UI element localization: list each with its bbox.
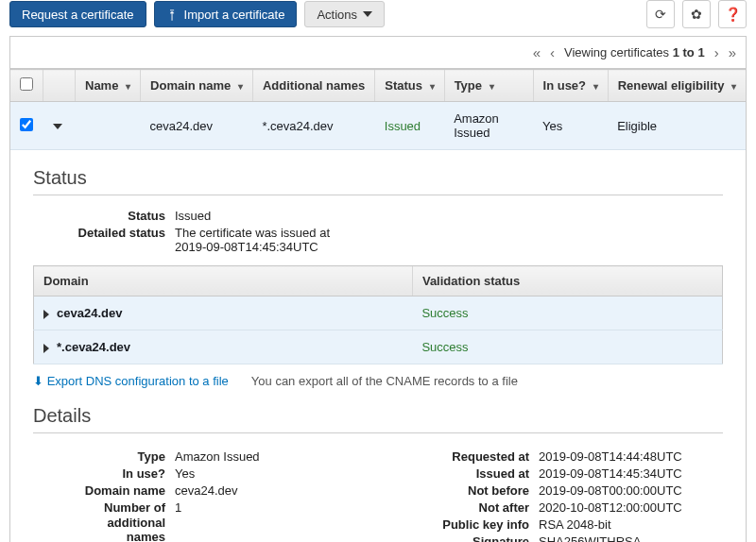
not-before-value: 2019-09-08T00:00:00UTC	[539, 483, 723, 498]
pager-next-icon[interactable]: ›	[714, 44, 719, 60]
refresh-button[interactable]: ⟳	[646, 0, 675, 28]
col-additional[interactable]: Additional names	[252, 70, 374, 102]
col-name[interactable]: Name ▾	[76, 70, 141, 102]
col-status[interactable]: Status ▾	[375, 70, 444, 102]
requested-at-key: Requested at	[397, 449, 539, 464]
status-section-title: Status	[33, 167, 723, 189]
domain-name-value: ceva24.dev	[175, 483, 359, 498]
type-value: Amazon Issued	[175, 449, 359, 464]
table-row[interactable]: ceva24.dev *.ceva24.dev Issued Amazon Is…	[10, 102, 746, 150]
chevron-down-icon	[363, 11, 372, 17]
actions-label: Actions	[317, 8, 357, 22]
col-type[interactable]: Type ▾	[444, 70, 533, 102]
num-additional-key: Number of additional names	[33, 500, 175, 542]
sort-icon: ▾	[593, 81, 598, 92]
issued-at-value: 2019-09-08T14:45:34UTC	[539, 466, 723, 481]
col-inuse[interactable]: In use? ▾	[533, 70, 608, 102]
status-value: Issued	[175, 209, 723, 223]
public-key-info-key: Public key info	[397, 517, 539, 532]
col-expand	[43, 70, 76, 102]
select-all-checkbox[interactable]	[20, 77, 33, 91]
request-certificate-button[interactable]: Request a certificate	[9, 1, 146, 27]
request-label: Request a certificate	[22, 8, 134, 22]
col-select-all[interactable]	[10, 70, 43, 102]
sort-icon: ▾	[430, 81, 435, 92]
sort-icon: ▾	[238, 81, 243, 92]
expand-icon[interactable]	[43, 310, 49, 319]
col-domain[interactable]: Domain name ▾	[141, 70, 253, 102]
cell-renewal: Eligible	[608, 102, 746, 150]
gear-icon: ✿	[691, 7, 702, 22]
cell-inuse: Yes	[533, 102, 608, 150]
cell-name	[76, 102, 141, 150]
inuse-value: Yes	[175, 466, 359, 481]
pager-last-icon[interactable]: »	[729, 44, 736, 60]
expand-row-icon[interactable]	[53, 124, 62, 129]
export-dns-link[interactable]: ⬇ Export DNS configuration to a file	[33, 374, 229, 388]
domain-row[interactable]: *.ceva24.dev Success	[34, 330, 723, 364]
pager-first-icon[interactable]: «	[533, 44, 541, 60]
settings-button[interactable]: ✿	[682, 0, 711, 28]
requested-at-value: 2019-09-08T14:44:48UTC	[539, 449, 723, 464]
export-hint: You can export all of the CNAME records …	[251, 374, 518, 388]
domain-row[interactable]: ceva24.dev Success	[34, 296, 723, 330]
help-button[interactable]: ❓	[718, 0, 747, 28]
signature-algorithm-key: Signature algorithm	[397, 534, 539, 542]
status-key: Status	[33, 209, 175, 223]
detailed-status-key: Detailed status	[33, 226, 175, 254]
sort-icon: ▾	[490, 81, 494, 92]
domain-validation-table: Domain Validation status ceva24.dev Succ…	[33, 265, 723, 364]
refresh-icon: ⟳	[655, 7, 666, 22]
pager: « ‹ Viewing certificates 1 to 1 › »	[10, 37, 746, 69]
validation-status-header: Validation status	[412, 266, 722, 296]
download-icon: ⬇	[33, 374, 43, 388]
domain-validation-status: Success	[412, 296, 722, 330]
public-key-info-value: RSA 2048-bit	[539, 517, 723, 532]
domain-validation-status: Success	[412, 330, 722, 364]
sort-icon: ▾	[126, 81, 130, 92]
domain-header: Domain	[34, 266, 413, 296]
pager-text: Viewing certificates 1 to 1	[564, 45, 705, 59]
domain-name-key: Domain name	[33, 483, 175, 498]
type-key: Type	[33, 449, 175, 464]
actions-dropdown-button[interactable]: Actions	[304, 1, 385, 27]
expand-icon[interactable]	[43, 344, 49, 353]
details-section-title: Details	[33, 405, 723, 427]
inuse-key: In use?	[33, 466, 175, 481]
signature-algorithm-value: SHA256WITHRSA	[539, 534, 723, 542]
detail-pane: Status Status Issued Detailed status The…	[10, 150, 746, 542]
issued-at-key: Issued at	[397, 466, 539, 481]
detailed-status-value: The certificate was issued at 2019-09-08…	[175, 226, 723, 254]
cell-additional: *.ceva24.dev	[252, 102, 374, 150]
sort-icon: ▾	[731, 81, 736, 92]
help-icon: ❓	[725, 7, 741, 22]
import-label: Import a certificate	[184, 8, 285, 22]
cell-type: Amazon Issued	[444, 102, 533, 150]
upload-icon: ⭱	[166, 8, 179, 22]
row-select-checkbox[interactable]	[20, 118, 33, 131]
not-after-value: 2020-10-08T12:00:00UTC	[539, 500, 723, 515]
not-before-key: Not before	[397, 483, 539, 498]
pager-prev-icon[interactable]: ‹	[550, 44, 555, 60]
certificates-table: Name ▾ Domain name ▾ Additional names St…	[10, 69, 746, 542]
col-renewal[interactable]: Renewal eligibility ▾	[608, 70, 746, 102]
import-certificate-button[interactable]: ⭱ Import a certificate	[154, 1, 298, 27]
num-additional-value: 1	[175, 500, 359, 542]
not-after-key: Not after	[397, 500, 539, 515]
cell-domain: ceva24.dev	[141, 102, 253, 150]
cell-status: Issued	[375, 102, 444, 150]
